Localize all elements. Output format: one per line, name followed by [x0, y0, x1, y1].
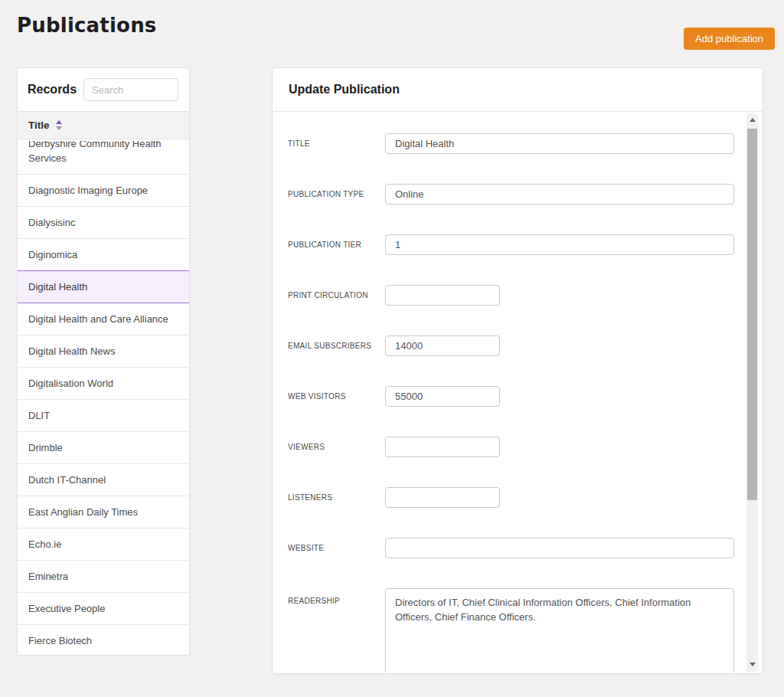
form-field-row: WEBSITE [288, 538, 744, 558]
record-row[interactable]: Echo.ie [18, 528, 189, 561]
field-label: READERSHIP [288, 588, 385, 605]
field-label: EMAIL SUBSCRIBERS [288, 342, 385, 350]
record-row[interactable]: Executive People [18, 593, 189, 625]
page-title: Publications [17, 14, 157, 37]
field-input-website[interactable] [385, 538, 734, 558]
form-field-row: EMAIL SUBSCRIBERS [288, 335, 744, 356]
form-field-row: TITLE [288, 133, 744, 154]
records-heading: Records [28, 83, 77, 97]
field-input-web-visitors[interactable] [385, 386, 500, 407]
scrollbar-thumb[interactable] [747, 129, 757, 500]
field-label: PUBLICATION TYPE [288, 190, 385, 198]
field-input-title[interactable] [385, 133, 734, 154]
field-input-publication-type[interactable] [385, 184, 734, 205]
form-field-row: WEB VISITORS [288, 386, 744, 407]
field-input-viewers[interactable] [385, 437, 500, 457]
scroll-up-button[interactable] [746, 113, 758, 127]
field-label: VIEWERS [288, 443, 385, 451]
scroll-down-button[interactable] [746, 657, 758, 672]
records-list: Derbyshire Community Health ServicesDiag… [18, 141, 189, 655]
title-column-header[interactable]: Title [18, 111, 189, 139]
record-row[interactable]: Dutch IT-Channel [18, 464, 189, 496]
field-label: LISTENERS [288, 493, 385, 502]
sort-up-arrow-icon [56, 120, 62, 124]
publications-page: Publications Add publication Records Tit… [0, 0, 784, 697]
record-row[interactable]: Diagnostic Imaging Europe [18, 175, 189, 207]
records-panel: Records Title Derbyshire Community Healt… [17, 67, 190, 656]
field-input-print-circulation[interactable] [385, 285, 500, 306]
add-publication-button[interactable]: Add publication [684, 28, 775, 50]
field-label: PRINT CIRCULATION [288, 291, 385, 299]
record-row[interactable]: Digitalisation World [18, 368, 189, 400]
form-header: Update Publication [273, 68, 763, 112]
record-row[interactable]: DLIT [18, 400, 189, 432]
record-row[interactable]: East Anglian Daily Times [18, 496, 189, 528]
records-panel-header: Records [18, 68, 189, 111]
record-row[interactable]: Eminetra [18, 561, 189, 593]
record-row[interactable]: Derbyshire Community Health Services [18, 141, 189, 175]
record-row[interactable]: Digital Health and Care Alliance [18, 303, 189, 335]
form-body: TITLEPUBLICATION TYPEPUBLICATION TIERPRI… [273, 112, 744, 672]
form-scrollbar[interactable] [746, 113, 758, 672]
record-row[interactable]: Fierce Biotech [18, 625, 189, 655]
sort-icon[interactable] [56, 120, 62, 130]
field-input-email-subscribers[interactable] [385, 335, 500, 356]
field-input-listeners[interactable] [385, 487, 500, 508]
form-field-row: LISTENERS [288, 487, 744, 508]
scroll-up-arrow-icon [750, 118, 756, 122]
record-row[interactable]: Dialysisinc [18, 207, 189, 239]
field-label: WEBSITE [288, 544, 385, 552]
sort-down-arrow-icon [56, 126, 62, 130]
form-field-row: VIEWERS [288, 437, 744, 457]
field-label: TITLE [288, 139, 385, 148]
record-row[interactable]: Diginomica [18, 239, 189, 271]
record-row[interactable]: Digital Health News [18, 335, 189, 368]
field-input-publication-tier[interactable] [385, 234, 734, 255]
field-input-readership[interactable] [385, 588, 734, 672]
search-input[interactable] [83, 78, 178, 101]
form-field-row: PUBLICATION TIER [288, 234, 744, 255]
scroll-down-arrow-icon [750, 663, 756, 666]
form-field-row: PRINT CIRCULATION [288, 285, 744, 306]
form-field-row: READERSHIP [288, 588, 744, 672]
field-label: PUBLICATION TIER [288, 241, 385, 249]
record-row-selected[interactable]: Digital Health [18, 270, 189, 303]
title-column-label: Title [28, 119, 50, 131]
update-publication-panel: Update Publication TITLEPUBLICATION TYPE… [272, 67, 763, 674]
record-row[interactable]: Drimble [18, 432, 189, 464]
form-heading: Update Publication [289, 83, 400, 97]
field-label: WEB VISITORS [288, 392, 385, 401]
form-field-row: PUBLICATION TYPE [288, 184, 744, 205]
